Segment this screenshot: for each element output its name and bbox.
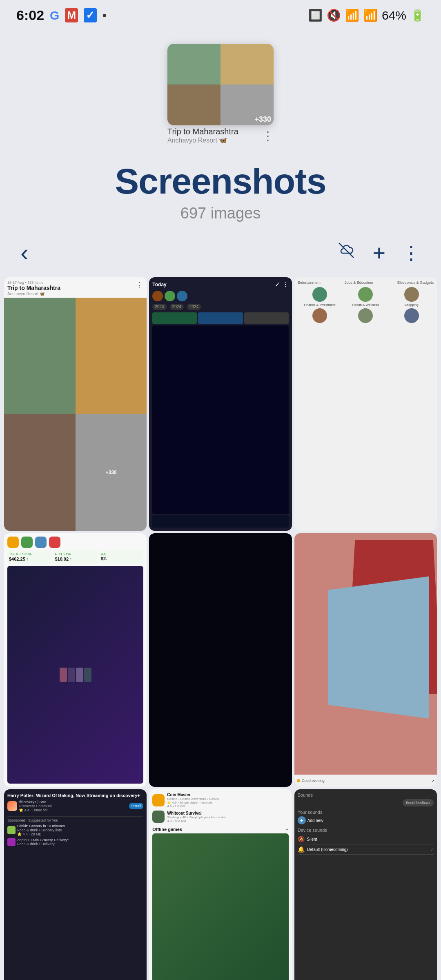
whiteout-icon [152, 811, 165, 823]
album-subtitle: Anchavyo Resort 🦋 [167, 136, 238, 144]
today-dark2 [152, 515, 288, 528]
zepto-icon [7, 838, 16, 846]
bell-off-icon: 🔕 [298, 836, 305, 842]
hp-app-info: discovery+ | Stre... Discovery Communi..… [19, 800, 127, 812]
hp-ad-row: discovery+ | Stre... Discovery Communi..… [7, 800, 143, 812]
default-sound-item[interactable]: 🔔 Default (Homecoming) ✓ [298, 844, 434, 855]
movie-banner [7, 566, 143, 784]
status-time: 6:02 [16, 7, 44, 23]
checkmark-icon: ✓ [430, 847, 434, 852]
page-title-section: Screenshots 697 images [0, 152, 441, 226]
geo-bottom-bar: Good evening ↗ [294, 775, 437, 787]
today-stats [152, 312, 288, 324]
more-button[interactable]: ⋮ [402, 242, 421, 264]
back-button[interactable]: ‹ [20, 238, 29, 267]
screenshot-hp[interactable]: Harry Potter: Wizard Of Baking, Now Stre… [4, 789, 147, 980]
app-icons-row [7, 537, 143, 548]
trip-img-3 [4, 414, 76, 531]
good-evening-text: Good evening [302, 779, 325, 783]
your-sounds-section: Your sounds + Add new [298, 810, 434, 824]
trip-img-1 [4, 298, 76, 414]
add-button[interactable]: + [372, 240, 385, 265]
game-item-2: Whiteout Survival Strategy • 4K • Single… [152, 811, 288, 823]
google-icon: G [50, 9, 59, 22]
toolbar-actions: + ⋮ [336, 240, 421, 265]
trip-title: Trip to Maharashtra [7, 285, 60, 292]
device-sounds-section: Device sounds 🔕 Silent 🔔 Default (Homeco… [298, 828, 434, 855]
wifi-icon: 📶 [345, 9, 359, 22]
screenshot-today[interactable]: Today ✓ ⋮ 2024 2024 2024 [149, 277, 292, 531]
blinkit-item: Blinkit: Grocery in 10 minutes Food & dr… [7, 824, 143, 836]
trip-img-4: +330 [76, 414, 147, 531]
screenshot-dark[interactable] [149, 533, 292, 787]
blinkit-icon [7, 826, 16, 834]
hp-divider [7, 816, 143, 817]
page-title: Screenshots [0, 160, 441, 202]
today-year-circles [152, 291, 288, 301]
screenshot-finance[interactable]: TSLA +7.35% $462.25 ↑ F +1.21% $10.02 ↑ … [4, 533, 147, 787]
screenshot-entertainment[interactable]: Entertainment Jobs & Education Electroni… [294, 277, 437, 531]
album-thumbnail[interactable] [167, 44, 274, 125]
screenshot-geometric[interactable]: Good evening ↗ [294, 533, 437, 787]
signal-icon: 📶 [363, 9, 378, 22]
battery-percentage: 64% [382, 9, 406, 22]
ent-row2 [298, 308, 434, 324]
offline-header: Offline games → [152, 827, 288, 832]
geo-rect-blue [328, 577, 428, 719]
thumb-cell-2 [220, 44, 274, 85]
notification-dot: • [102, 9, 107, 22]
checklist-icon: ✓ [84, 8, 97, 22]
album-area: Trip to Maharashtra Anchavyo Resort 🦋 ⋮ [0, 27, 441, 152]
sounds-header-label: Sounds [298, 793, 434, 797]
geo-dot [297, 779, 300, 782]
status-time-area: 6:02 G M ✓ • [16, 7, 107, 23]
default-sound-label: Default (Homecoming) [307, 847, 348, 852]
status-right-icons: 🔲 🔇 📶 📶 64% 🔋 [308, 9, 425, 22]
game-banner [152, 833, 288, 980]
ent-header: Entertainment Jobs & Education Electroni… [298, 281, 434, 285]
blinkit-text: Blinkit: Grocery in 10 minutes Food & dr… [17, 824, 65, 836]
album-more-button[interactable]: ⋮ [262, 129, 274, 143]
sim-icon: 🔲 [308, 9, 323, 22]
hp-title: Harry Potter: Wizard Of Baking, Now Stre… [7, 793, 143, 798]
hp-sponsored: Sponsored · Suggested for You ⋮ [7, 818, 143, 822]
stock-row: TSLA +7.35% $462.25 ↑ F +1.21% $10.02 ↑ … [7, 550, 143, 564]
sounds-top: Send feedback [298, 799, 434, 806]
thumb-cell-4 [220, 85, 274, 125]
zepto-text: Zepto:10-Min Grocery Delivery* Food & dr… [17, 838, 69, 846]
trip-dots: ⋮ [136, 281, 143, 290]
feedback-button[interactable]: Send feedback [403, 799, 434, 806]
screenshot-games[interactable]: Coin Master Casino • Casino-adventure • … [149, 789, 292, 980]
device-sounds-label: Device sounds [298, 828, 434, 833]
album-title-bar: Trip to Maharashtra Anchavyo Resort 🦋 ⋮ [167, 127, 274, 144]
discovery-icon [7, 801, 17, 811]
album-title: Trip to Maharashtra [167, 127, 238, 136]
screenshot-trip[interactable]: 16-17 Aug • 333 items Trip to Maharashtr… [4, 277, 147, 531]
zepto-item: Zepto:10-Min Grocery Delivery* Food & dr… [7, 838, 143, 846]
bell-icon: 🔔 [298, 846, 305, 853]
install-button[interactable]: Install [129, 803, 144, 809]
cloud-off-icon[interactable] [336, 241, 356, 265]
today-check: ✓ ⋮ [275, 281, 288, 288]
page-subtitle: 697 images [0, 205, 441, 222]
hp-items: Blinkit: Grocery in 10 minutes Food & dr… [7, 824, 143, 846]
ent-row1: Finance & Investment Health & Wellness S… [298, 287, 434, 307]
screenshot-sounds[interactable]: Sounds Send feedback Your sounds + Add n… [294, 789, 437, 980]
your-sounds-label: Your sounds [298, 810, 434, 815]
today-title: Today [152, 282, 166, 287]
add-new-button[interactable]: + Add new [298, 816, 434, 824]
trip-img-grid: +330 [4, 298, 147, 531]
coinmaster-icon [152, 794, 165, 806]
trip-sub: Anchavyo Resort 🦋 [7, 292, 60, 296]
status-bar: 6:02 G M ✓ • 🔲 🔇 📶 📶 64% 🔋 [0, 0, 441, 27]
add-new-label: Add new [307, 818, 323, 823]
year-labels: 2024 2024 2024 [152, 304, 288, 310]
silent-item[interactable]: 🔕 Silent [298, 834, 434, 844]
gmail-icon: M [65, 8, 78, 22]
today-dark [152, 325, 288, 514]
trip-img-2 [76, 298, 147, 414]
battery-icon: 🔋 [410, 9, 425, 22]
thumb-cell-3 [167, 85, 220, 125]
game-item-1: Coin Master Casino • Casino-adventure • … [152, 793, 288, 808]
silent-label: Silent [307, 837, 317, 842]
